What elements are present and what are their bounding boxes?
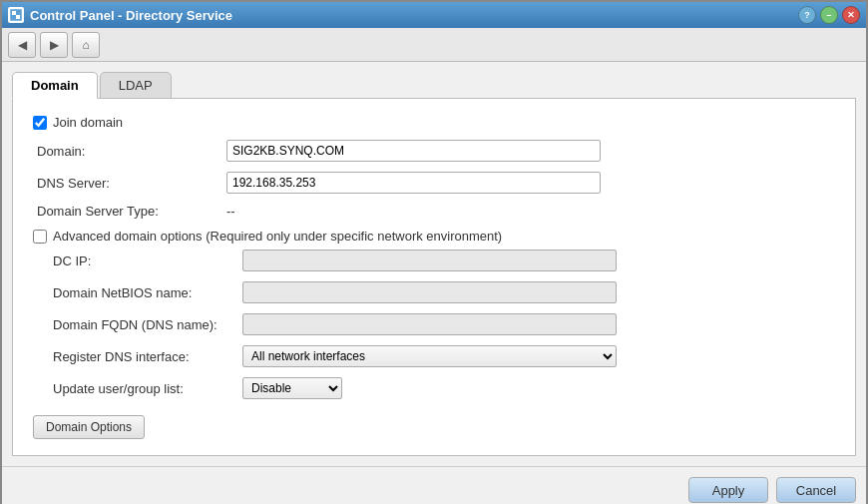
join-domain-checkbox[interactable] bbox=[33, 116, 47, 130]
join-domain-label[interactable]: Join domain bbox=[53, 115, 123, 130]
update-user-row: Update user/group list: Disable Enable bbox=[53, 377, 835, 399]
advanced-options-checkbox[interactable] bbox=[33, 230, 47, 244]
tab-domain[interactable]: Domain bbox=[12, 72, 98, 99]
content-area: Domain LDAP Join domain Domain: DNS Serv… bbox=[2, 62, 866, 466]
netbios-input[interactable] bbox=[242, 281, 617, 303]
svg-rect-1 bbox=[12, 11, 16, 15]
register-dns-row: Register DNS interface: All network inte… bbox=[53, 345, 835, 367]
title-bar: Control Panel - Directory Service ? – ✕ bbox=[2, 2, 866, 28]
apply-button[interactable]: Apply bbox=[688, 477, 768, 503]
domain-server-type-row: Domain Server Type: -- bbox=[37, 204, 835, 219]
netbios-row: Domain NetBIOS name: bbox=[53, 281, 835, 303]
close-button[interactable]: ✕ bbox=[842, 6, 860, 24]
join-domain-row: Join domain bbox=[33, 115, 835, 130]
tab-ldap[interactable]: LDAP bbox=[100, 72, 172, 99]
help-button[interactable]: ? bbox=[798, 6, 816, 24]
title-bar-controls: ? – ✕ bbox=[798, 6, 860, 24]
update-user-select[interactable]: Disable Enable bbox=[242, 377, 342, 399]
fqdn-label: Domain FQDN (DNS name): bbox=[53, 317, 242, 332]
domain-row: Domain: bbox=[37, 140, 835, 162]
window-title: Control Panel - Directory Service bbox=[30, 8, 232, 23]
toolbar: ◀ ▶ ⌂ bbox=[2, 28, 866, 62]
domain-server-type-value: -- bbox=[226, 204, 235, 219]
dns-server-row: DNS Server: bbox=[37, 172, 835, 194]
domain-input[interactable] bbox=[226, 140, 601, 162]
svg-rect-2 bbox=[16, 15, 20, 19]
dc-ip-label: DC IP: bbox=[53, 253, 242, 268]
tab-bar: Domain LDAP bbox=[12, 72, 856, 99]
title-bar-left: Control Panel - Directory Service bbox=[8, 7, 232, 23]
cancel-button[interactable]: Cancel bbox=[776, 477, 856, 503]
dc-ip-row: DC IP: bbox=[53, 250, 835, 271]
back-button[interactable]: ◀ bbox=[8, 32, 36, 58]
tab-content-domain: Join domain Domain: DNS Server: Domain S… bbox=[12, 98, 856, 456]
bottom-bar: Apply Cancel bbox=[2, 466, 866, 504]
fqdn-row: Domain FQDN (DNS name): bbox=[53, 313, 835, 335]
main-window: Control Panel - Directory Service ? – ✕ … bbox=[0, 0, 868, 504]
dc-ip-input[interactable] bbox=[242, 250, 617, 271]
home-button[interactable]: ⌂ bbox=[72, 32, 100, 58]
register-dns-label: Register DNS interface: bbox=[53, 349, 242, 364]
domain-server-type-label: Domain Server Type: bbox=[37, 204, 226, 219]
dns-server-label: DNS Server: bbox=[37, 176, 226, 191]
update-user-label: Update user/group list: bbox=[53, 381, 242, 396]
forward-button[interactable]: ▶ bbox=[40, 32, 68, 58]
advanced-options-row: Advanced domain options (Required only u… bbox=[33, 229, 835, 244]
advanced-options-label[interactable]: Advanced domain options (Required only u… bbox=[53, 229, 502, 244]
domain-options-button[interactable]: Domain Options bbox=[33, 415, 145, 439]
minimize-button[interactable]: – bbox=[820, 6, 838, 24]
register-dns-select[interactable]: All network interfaces bbox=[242, 345, 617, 367]
domain-options-area: Domain Options bbox=[33, 409, 835, 439]
netbios-label: Domain NetBIOS name: bbox=[53, 285, 242, 300]
app-icon bbox=[8, 7, 24, 23]
domain-label: Domain: bbox=[37, 144, 226, 159]
fqdn-input[interactable] bbox=[242, 313, 617, 335]
dns-server-input[interactable] bbox=[226, 172, 601, 194]
